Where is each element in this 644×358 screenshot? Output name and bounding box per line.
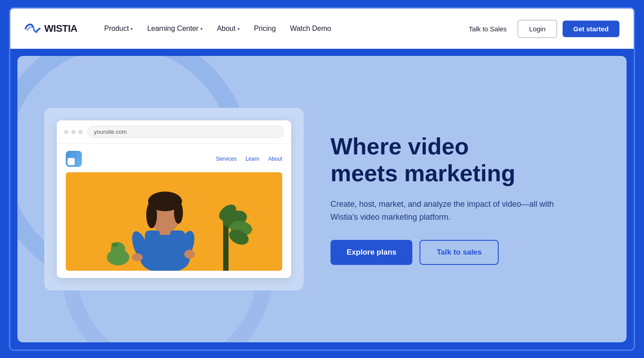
nav-item-pricing[interactable]: Pricing — [249, 21, 281, 36]
explore-plans-button[interactable]: Explore plans — [330, 240, 412, 265]
nav-item-learning-center[interactable]: Learning Center ▾ — [142, 21, 208, 36]
nav-right: Talk to Sales Login Get started — [463, 20, 619, 38]
hero-subtext: Create, host, market, and analyze the im… — [330, 198, 554, 224]
browser-dots — [64, 130, 83, 134]
svg-point-6 — [146, 201, 157, 228]
dot-3 — [78, 130, 83, 134]
logo-text: WISTIA — [44, 23, 77, 34]
browser-content: Services Learn About — [57, 144, 291, 278]
mini-nav: Services Learn About — [66, 151, 282, 167]
hero-section: yoursite.com Services Learn About — [17, 56, 627, 342]
about-label: About — [217, 25, 236, 33]
svg-rect-2 — [145, 230, 185, 266]
nav-item-watch-demo[interactable]: Watch Demo — [285, 21, 337, 36]
browser-mockup: yoursite.com Services Learn About — [44, 108, 304, 290]
wistia-logo-icon — [25, 22, 41, 35]
navbar: WISTIA Product ▾ Learning Center ▾ About… — [10, 9, 634, 49]
hero-headline-line1: Where video — [330, 133, 469, 159]
hero-text: Where video meets marketing Create, host… — [330, 133, 600, 264]
browser-window: yoursite.com Services Learn About — [57, 120, 291, 278]
video-thumbnail — [66, 172, 282, 271]
learning-center-label: Learning Center — [147, 25, 199, 33]
svg-point-19 — [111, 243, 119, 247]
mini-logo-inner — [68, 158, 75, 165]
mini-nav-about[interactable]: About — [268, 156, 282, 162]
logo[interactable]: WISTIA — [25, 22, 77, 35]
hero-buttons: Explore plans Talk to sales — [330, 240, 600, 265]
nav-item-product[interactable]: Product ▾ — [99, 21, 138, 36]
dot-2 — [71, 130, 76, 134]
hero-headline-line2: meets marketing — [330, 160, 515, 186]
learning-center-chevron-icon: ▾ — [200, 26, 203, 31]
dot-1 — [64, 130, 68, 134]
svg-point-7 — [174, 201, 183, 224]
product-label: Product — [104, 25, 129, 33]
mini-logo-icon — [66, 151, 82, 167]
login-button[interactable]: Login — [517, 20, 557, 38]
mini-nav-learn[interactable]: Learn — [246, 156, 259, 162]
product-chevron-icon: ▾ — [131, 26, 133, 31]
about-chevron-icon: ▾ — [237, 26, 240, 31]
svg-point-11 — [132, 253, 143, 261]
nav-item-about[interactable]: About ▾ — [212, 21, 245, 36]
mini-nav-services[interactable]: Services — [216, 156, 237, 162]
get-started-button[interactable]: Get started — [563, 21, 619, 37]
outer-border: WISTIA Product ▾ Learning Center ▾ About… — [9, 7, 635, 351]
video-illustration — [66, 172, 282, 271]
talk-to-sales-button[interactable]: Talk to sales — [419, 240, 499, 265]
svg-point-10 — [184, 250, 195, 259]
mini-nav-links: Services Learn About — [216, 156, 282, 162]
watch-demo-label: Watch Demo — [290, 25, 331, 33]
pricing-label: Pricing — [254, 25, 276, 33]
talk-to-sales-link[interactable]: Talk to Sales — [463, 21, 512, 36]
browser-bar: yoursite.com — [57, 120, 291, 144]
nav-links: Product ▾ Learning Center ▾ About ▾ Pric… — [99, 21, 449, 36]
browser-url-bar: yoursite.com — [87, 126, 284, 138]
hero-headline: Where video meets marketing — [330, 133, 600, 187]
